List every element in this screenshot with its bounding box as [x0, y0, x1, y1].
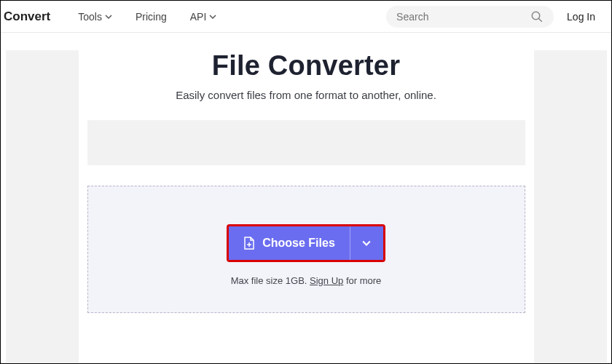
page-subtitle: Easily convert files from one format to … [79, 89, 534, 101]
max-before: Max file size 1GB. [231, 275, 310, 286]
max-after: for more [343, 275, 381, 286]
search-box[interactable] [386, 6, 554, 28]
max-file-text: Max file size 1GB. Sign Up for more [88, 275, 525, 286]
nav-pricing-label: Pricing [136, 11, 167, 23]
dropzone[interactable]: Choose Files Max file size 1GB. Sign Up … [87, 186, 525, 313]
chevron-down-icon [362, 239, 371, 248]
page: File Converter Easily convert files from… [1, 33, 611, 363]
choose-files-dropdown-button[interactable] [350, 226, 383, 260]
file-plus-icon [243, 237, 255, 250]
right-ad-placeholder [534, 50, 607, 363]
signup-link[interactable]: Sign Up [310, 275, 343, 286]
nav-tools-label: Tools [78, 11, 102, 23]
nav-api[interactable]: API [180, 5, 227, 28]
main-content: File Converter Easily convert files from… [79, 50, 534, 363]
login-button[interactable]: Log In [557, 5, 605, 28]
top-ad-placeholder [87, 120, 525, 165]
chevron-down-icon [105, 13, 112, 20]
logo: Convert [1, 9, 65, 24]
nav-tools[interactable]: Tools [68, 5, 122, 28]
choose-files-button[interactable]: Choose Files [229, 226, 350, 260]
left-ad-placeholder [6, 50, 79, 363]
search-icon [530, 10, 544, 23]
chevron-down-icon [209, 13, 216, 20]
search-input[interactable] [396, 11, 525, 23]
svg-line-1 [538, 18, 542, 22]
nav-api-label: API [190, 11, 207, 23]
choose-files-label: Choose Files [262, 237, 335, 250]
choose-files-highlight: Choose Files [227, 224, 385, 262]
nav-pricing[interactable]: Pricing [125, 5, 177, 28]
page-title: File Converter [79, 50, 534, 82]
svg-point-0 [532, 12, 540, 20]
header: Convert Tools Pricing API Log In [1, 1, 611, 33]
